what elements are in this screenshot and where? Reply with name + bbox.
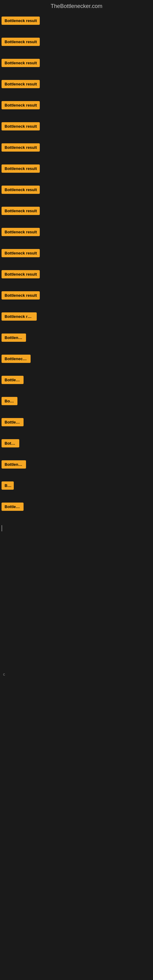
bottleneck-result-button[interactable]: Bottleneck result	[2, 143, 40, 151]
list-item: Bottlenec	[2, 415, 151, 437]
list-item: Bottleneck result	[2, 56, 151, 78]
bottleneck-result-button[interactable]: Bottleneck	[2, 334, 26, 342]
bottleneck-result-button[interactable]: Bottlenec	[2, 503, 24, 511]
bottleneck-result-button[interactable]: Bottleneck result	[2, 16, 40, 25]
list-item: Bottle	[2, 395, 151, 415]
list-item: Bottleneck result	[2, 141, 151, 162]
list-item: Bottleneck result	[2, 183, 151, 204]
bottleneck-result-button[interactable]: Bottleneck result	[2, 249, 40, 257]
bottleneck-result-button[interactable]: Bottlenec	[2, 376, 24, 384]
list-item: Bottleneck result	[2, 14, 151, 35]
bottleneck-result-button[interactable]: Bottleneck result	[2, 228, 40, 236]
bottleneck-result-button[interactable]: Bottleneck result	[2, 38, 40, 46]
bottleneck-result-button[interactable]: Bottleneck result	[2, 80, 40, 88]
list-item: Bottleneck result	[2, 204, 151, 225]
bottleneck-result-button[interactable]: Bottleneck result	[2, 122, 40, 130]
list-item: Bottleneck result	[2, 225, 151, 247]
bottleneck-result-button[interactable]: Bottleneck result	[2, 270, 40, 278]
list-item: Bottleneck result	[2, 247, 151, 268]
list-item: Bott	[2, 479, 151, 500]
bottleneck-result-button[interactable]: Bottleneck result	[2, 207, 40, 215]
list-item: Bottleneck re	[2, 352, 151, 373]
bottleneck-result-button[interactable]: Bottleneck result	[2, 291, 40, 299]
bottleneck-result-button[interactable]: Bottleneck result	[2, 59, 40, 67]
list-item: Bottleneck result	[2, 289, 151, 310]
list-item: Bottleneck	[2, 458, 151, 479]
site-title: TheBottlenecker.com	[2, 0, 151, 14]
list-item: Bottlenec	[2, 500, 151, 521]
bottleneck-result-button[interactable]: Bott	[2, 481, 14, 490]
list-item: Bottleneck result	[2, 120, 151, 141]
list-item: Bottleneck result	[2, 268, 151, 289]
bottleneck-result-button[interactable]: Bottleneck	[2, 460, 26, 469]
list-item: Bottleneck result	[2, 35, 151, 56]
bottleneck-result-button[interactable]: Bottleneck resu	[2, 312, 37, 321]
small-label: c	[3, 672, 5, 676]
cursor-line	[2, 525, 2, 531]
list-item: Bottlenec	[2, 373, 151, 395]
bottleneck-result-button[interactable]: Bottleneck re	[2, 355, 30, 363]
list-item: Bottleneck	[2, 331, 151, 352]
list-item: Bottleneck result	[2, 162, 151, 183]
bottleneck-result-button[interactable]: Bottleneck result	[2, 101, 40, 109]
list-item: Bottleneck resu	[2, 310, 151, 331]
bottleneck-result-button[interactable]: Bottleneck result	[2, 186, 40, 194]
bottleneck-result-button[interactable]: Bottleneck result	[2, 164, 40, 173]
list-item: Bottlen	[2, 437, 151, 458]
list-item: Bottleneck result	[2, 78, 151, 99]
list-item: Bottleneck result	[2, 99, 151, 120]
bottleneck-result-button[interactable]: Bottle	[2, 397, 18, 405]
bottleneck-result-button[interactable]: Bottlen	[2, 439, 19, 447]
bottleneck-result-button[interactable]: Bottlenec	[2, 418, 24, 426]
